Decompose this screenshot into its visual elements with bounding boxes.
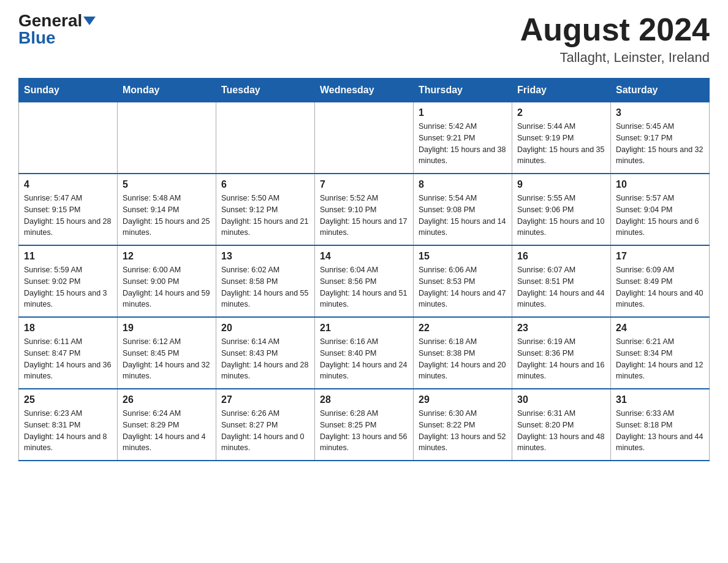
day-info: Sunrise: 6:16 AM Sunset: 8:40 PM Dayligh…: [320, 336, 408, 382]
day-cell: 4Sunrise: 5:47 AM Sunset: 9:15 PM Daylig…: [19, 174, 118, 245]
day-number: 11: [24, 251, 112, 262]
day-number: 5: [123, 179, 211, 190]
day-info: Sunrise: 6:11 AM Sunset: 8:47 PM Dayligh…: [24, 336, 112, 382]
day-number: 13: [221, 251, 309, 262]
day-info: Sunrise: 5:44 AM Sunset: 9:19 PM Dayligh…: [517, 121, 605, 167]
day-info: Sunrise: 6:18 AM Sunset: 8:38 PM Dayligh…: [419, 336, 507, 382]
calendar-header: SundayMondayTuesdayWednesdayThursdayFrid…: [19, 79, 710, 102]
day-number: 6: [221, 179, 309, 190]
day-info: Sunrise: 6:30 AM Sunset: 8:22 PM Dayligh…: [419, 408, 507, 454]
week-row-3: 11Sunrise: 5:59 AM Sunset: 9:02 PM Dayli…: [19, 245, 710, 317]
day-number: 2: [517, 107, 605, 118]
day-cell: 12Sunrise: 6:00 AM Sunset: 9:00 PM Dayli…: [118, 245, 216, 317]
day-cell: [315, 102, 414, 174]
day-info: Sunrise: 6:02 AM Sunset: 8:58 PM Dayligh…: [221, 264, 309, 310]
day-cell: 6Sunrise: 5:50 AM Sunset: 9:12 PM Daylig…: [216, 174, 315, 245]
day-info: Sunrise: 6:33 AM Sunset: 8:18 PM Dayligh…: [616, 408, 704, 454]
day-info: Sunrise: 5:50 AM Sunset: 9:12 PM Dayligh…: [221, 193, 309, 239]
week-row-4: 18Sunrise: 6:11 AM Sunset: 8:47 PM Dayli…: [19, 317, 710, 389]
day-number: 30: [517, 394, 605, 405]
week-row-1: 1Sunrise: 5:42 AM Sunset: 9:21 PM Daylig…: [19, 102, 710, 174]
week-row-5: 25Sunrise: 6:23 AM Sunset: 8:31 PM Dayli…: [19, 389, 710, 461]
location-subtitle: Tallaght, Leinster, Ireland: [520, 50, 710, 66]
day-info: Sunrise: 6:19 AM Sunset: 8:36 PM Dayligh…: [517, 336, 605, 382]
day-cell: 19Sunrise: 6:12 AM Sunset: 8:45 PM Dayli…: [118, 317, 216, 389]
day-cell: [19, 102, 118, 174]
day-cell: 8Sunrise: 5:54 AM Sunset: 9:08 PM Daylig…: [414, 174, 512, 245]
day-number: 19: [123, 323, 211, 334]
header-row: SundayMondayTuesdayWednesdayThursdayFrid…: [19, 79, 710, 102]
day-number: 21: [320, 323, 408, 334]
day-cell: 25Sunrise: 6:23 AM Sunset: 8:31 PM Dayli…: [19, 389, 118, 461]
day-info: Sunrise: 6:26 AM Sunset: 8:27 PM Dayligh…: [221, 408, 309, 454]
logo: General Blue: [18, 12, 96, 47]
day-info: Sunrise: 5:55 AM Sunset: 9:06 PM Dayligh…: [517, 193, 605, 239]
day-cell: 1Sunrise: 5:42 AM Sunset: 9:21 PM Daylig…: [414, 102, 512, 174]
day-cell: 5Sunrise: 5:48 AM Sunset: 9:14 PM Daylig…: [118, 174, 216, 245]
header-cell-sunday: Sunday: [19, 79, 118, 102]
day-cell: 16Sunrise: 6:07 AM Sunset: 8:51 PM Dayli…: [512, 245, 611, 317]
day-number: 9: [517, 179, 605, 190]
day-cell: 23Sunrise: 6:19 AM Sunset: 8:36 PM Dayli…: [512, 317, 611, 389]
day-cell: 10Sunrise: 5:57 AM Sunset: 9:04 PM Dayli…: [611, 174, 710, 245]
day-cell: 24Sunrise: 6:21 AM Sunset: 8:34 PM Dayli…: [611, 317, 710, 389]
day-cell: 11Sunrise: 5:59 AM Sunset: 9:02 PM Dayli…: [19, 245, 118, 317]
day-number: 1: [419, 107, 507, 118]
day-cell: 15Sunrise: 6:06 AM Sunset: 8:53 PM Dayli…: [414, 245, 512, 317]
day-info: Sunrise: 6:06 AM Sunset: 8:53 PM Dayligh…: [419, 264, 507, 310]
day-info: Sunrise: 6:23 AM Sunset: 8:31 PM Dayligh…: [24, 408, 112, 454]
day-cell: 31Sunrise: 6:33 AM Sunset: 8:18 PM Dayli…: [611, 389, 710, 461]
logo-general-text: General: [18, 12, 82, 29]
day-info: Sunrise: 6:07 AM Sunset: 8:51 PM Dayligh…: [517, 264, 605, 310]
day-number: 17: [616, 251, 704, 262]
day-info: Sunrise: 6:21 AM Sunset: 8:34 PM Dayligh…: [616, 336, 704, 382]
day-number: 22: [419, 323, 507, 334]
week-row-2: 4Sunrise: 5:47 AM Sunset: 9:15 PM Daylig…: [19, 174, 710, 245]
day-info: Sunrise: 5:42 AM Sunset: 9:21 PM Dayligh…: [419, 121, 507, 167]
day-info: Sunrise: 6:28 AM Sunset: 8:25 PM Dayligh…: [320, 408, 408, 454]
day-cell: 29Sunrise: 6:30 AM Sunset: 8:22 PM Dayli…: [414, 389, 512, 461]
logo-triangle-icon: [83, 17, 96, 25]
day-number: 29: [419, 394, 507, 405]
day-cell: 20Sunrise: 6:14 AM Sunset: 8:43 PM Dayli…: [216, 317, 315, 389]
header-cell-friday: Friday: [512, 79, 611, 102]
day-cell: 21Sunrise: 6:16 AM Sunset: 8:40 PM Dayli…: [315, 317, 414, 389]
day-info: Sunrise: 5:54 AM Sunset: 9:08 PM Dayligh…: [419, 193, 507, 239]
day-number: 3: [616, 107, 704, 118]
day-info: Sunrise: 6:14 AM Sunset: 8:43 PM Dayligh…: [221, 336, 309, 382]
day-number: 15: [419, 251, 507, 262]
day-cell: 13Sunrise: 6:02 AM Sunset: 8:58 PM Dayli…: [216, 245, 315, 317]
header-cell-monday: Monday: [118, 79, 216, 102]
day-cell: 22Sunrise: 6:18 AM Sunset: 8:38 PM Dayli…: [414, 317, 512, 389]
day-number: 31: [616, 394, 704, 405]
day-cell: 7Sunrise: 5:52 AM Sunset: 9:10 PM Daylig…: [315, 174, 414, 245]
day-number: 24: [616, 323, 704, 334]
title-block: August 2024 Tallaght, Leinster, Ireland: [520, 12, 710, 66]
day-info: Sunrise: 5:45 AM Sunset: 9:17 PM Dayligh…: [616, 121, 704, 167]
month-year-title: August 2024: [520, 12, 710, 47]
day-cell: 27Sunrise: 6:26 AM Sunset: 8:27 PM Dayli…: [216, 389, 315, 461]
header-cell-thursday: Thursday: [414, 79, 512, 102]
day-cell: [118, 102, 216, 174]
day-number: 7: [320, 179, 408, 190]
day-info: Sunrise: 6:09 AM Sunset: 8:49 PM Dayligh…: [616, 264, 704, 310]
day-info: Sunrise: 5:57 AM Sunset: 9:04 PM Dayligh…: [616, 193, 704, 239]
day-number: 4: [24, 179, 112, 190]
day-cell: 30Sunrise: 6:31 AM Sunset: 8:20 PM Dayli…: [512, 389, 611, 461]
day-cell: [216, 102, 315, 174]
day-cell: 14Sunrise: 6:04 AM Sunset: 8:56 PM Dayli…: [315, 245, 414, 317]
day-number: 18: [24, 323, 112, 334]
day-info: Sunrise: 6:24 AM Sunset: 8:29 PM Dayligh…: [123, 408, 211, 454]
day-cell: 28Sunrise: 6:28 AM Sunset: 8:25 PM Dayli…: [315, 389, 414, 461]
day-number: 8: [419, 179, 507, 190]
day-cell: 17Sunrise: 6:09 AM Sunset: 8:49 PM Dayli…: [611, 245, 710, 317]
day-number: 10: [616, 179, 704, 190]
day-number: 12: [123, 251, 211, 262]
day-info: Sunrise: 5:52 AM Sunset: 9:10 PM Dayligh…: [320, 193, 408, 239]
header-cell-tuesday: Tuesday: [216, 79, 315, 102]
day-info: Sunrise: 6:31 AM Sunset: 8:20 PM Dayligh…: [517, 408, 605, 454]
day-info: Sunrise: 5:47 AM Sunset: 9:15 PM Dayligh…: [24, 193, 112, 239]
day-number: 27: [221, 394, 309, 405]
day-cell: 3Sunrise: 5:45 AM Sunset: 9:17 PM Daylig…: [611, 102, 710, 174]
calendar-table: SundayMondayTuesdayWednesdayThursdayFrid…: [18, 78, 710, 461]
